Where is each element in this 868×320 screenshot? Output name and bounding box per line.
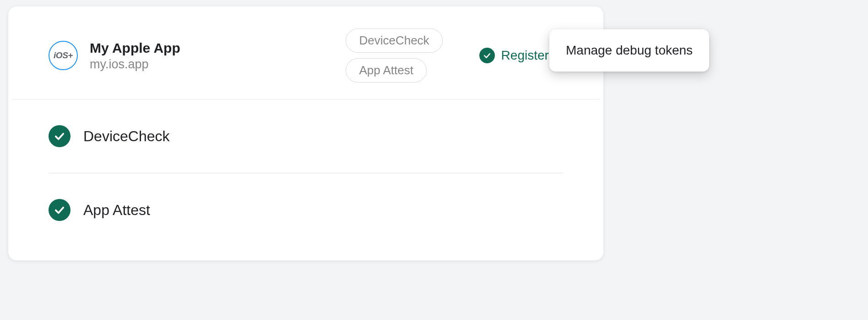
app-name: My Apple App: [90, 40, 180, 56]
app-info: My Apple App my.ios.app: [90, 40, 180, 72]
provider-list: DeviceCheck App Attest: [8, 99, 603, 247]
provider-name: App Attest: [83, 202, 150, 219]
check-circle-icon: [49, 125, 71, 147]
check-circle-icon: [479, 48, 495, 63]
check-circle-icon: [49, 199, 71, 221]
provider-chips: DeviceCheck App Attest: [327, 28, 442, 83]
chip-devicecheck[interactable]: DeviceCheck: [346, 28, 442, 53]
provider-name: DeviceCheck: [83, 128, 170, 145]
manage-debug-tokens-menu-item[interactable]: Manage debug tokens: [549, 29, 709, 72]
menu-item-label: Manage debug tokens: [566, 43, 693, 57]
ios-plus-icon-label: iOS+: [54, 50, 73, 61]
ios-plus-icon: iOS+: [49, 41, 78, 70]
chip-app-attest[interactable]: App Attest: [346, 58, 427, 83]
app-bundle-id: my.ios.app: [90, 57, 180, 72]
provider-row-devicecheck[interactable]: DeviceCheck: [49, 99, 563, 173]
provider-row-app-attest[interactable]: App Attest: [49, 173, 563, 247]
app-header: iOS+ My Apple App my.ios.app DeviceCheck…: [12, 6, 600, 99]
app-card: iOS+ My Apple App my.ios.app DeviceCheck…: [8, 6, 603, 260]
